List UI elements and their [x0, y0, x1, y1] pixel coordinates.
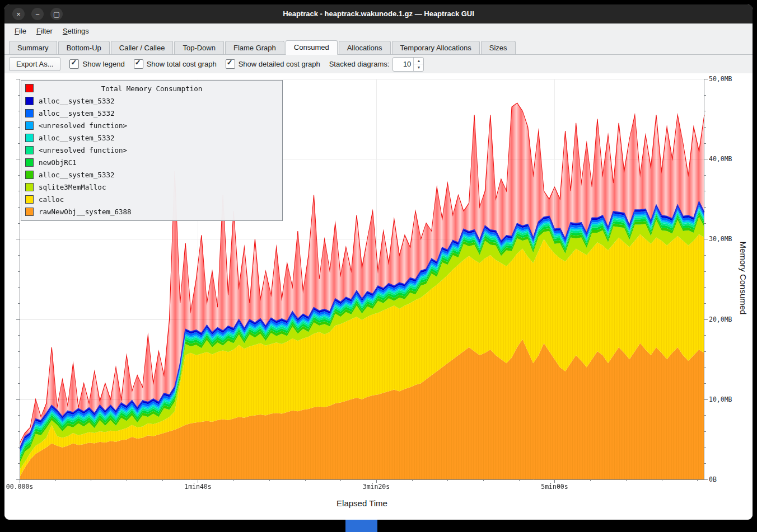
menu-file[interactable]: File [10, 25, 31, 37]
tab-caller-callee[interactable]: Caller / Callee [111, 41, 174, 54]
legend-item-label: alloc__system_5332 [39, 134, 114, 142]
legend-item-label: sqlite3MemMalloc [39, 183, 106, 191]
checkbox-label: Show detailed cost graph [239, 60, 320, 68]
tab-sizes[interactable]: Sizes [481, 41, 516, 54]
legend-title-row: Total Memory Consumption [21, 82, 282, 95]
stacked-diagrams-spinner[interactable]: 10 ▲ ▼ [392, 57, 424, 72]
y-axis-tick-label: 0B [709, 475, 717, 483]
close-button[interactable]: × [12, 8, 25, 20]
legend-item-label: newObjRC1 [39, 158, 77, 167]
close-icon: × [16, 10, 21, 18]
show-total-cost-checkbox[interactable]: ✓ Show total cost graph [134, 59, 217, 69]
tab-summary[interactable]: Summary [9, 41, 57, 54]
x-axis-tick-label: 3min20s [353, 483, 400, 491]
window-title: Heaptrack - heaptrack.wakunode.1.gz — He… [4, 4, 753, 23]
tab-allocations[interactable]: Allocations [339, 41, 391, 54]
show-detailed-cost-checkbox[interactable]: ✓ Show detailed cost graph [226, 59, 320, 69]
legend-swatch [25, 158, 34, 167]
legend-title: Total Memory Consumption [101, 84, 203, 93]
spinner-down-icon[interactable]: ▼ [414, 64, 423, 71]
x-axis-title: Elapsed Time [20, 498, 704, 508]
legend-item: <unresolved function> [21, 144, 282, 156]
y-axis-tick-label: 50,0MB [709, 75, 732, 83]
titlebar: × − ▢ Heaptrack - heaptrack.wakunode.1.g… [4, 4, 753, 23]
legend-swatch [25, 208, 34, 216]
legend-swatch [25, 134, 34, 142]
tab-flame-graph[interactable]: Flame Graph [225, 41, 284, 54]
chart-area: Elapsed Time Memory Consumed Total Memor… [4, 73, 753, 520]
legend-item: alloc__system_5332 [21, 107, 282, 119]
tab-top-down[interactable]: Top-Down [174, 41, 224, 54]
maximize-button[interactable]: ▢ [50, 8, 63, 20]
legend-item: <unresolved function> [21, 119, 282, 131]
minimize-button[interactable]: − [31, 8, 44, 20]
export-as-button[interactable]: Export As... [9, 57, 60, 71]
app-window: × − ▢ Heaptrack - heaptrack.wakunode.1.g… [4, 4, 753, 520]
tab-bottom-up[interactable]: Bottom-Up [58, 41, 110, 54]
legend-item: sqlite3MemMalloc [21, 181, 282, 193]
legend-item: alloc__system_5332 [21, 95, 282, 107]
legend-swatch [25, 146, 34, 154]
tab-bar: Summary Bottom-Up Caller / Callee Top-Do… [4, 39, 753, 55]
minimize-icon: − [35, 10, 40, 18]
x-axis-tick-label: 00.000s [4, 483, 43, 491]
legend-swatch [25, 84, 34, 92]
y-axis-tick-label: 20,0MB [709, 316, 732, 323]
legend-item-label: alloc__system_5332 [39, 171, 114, 179]
legend-item-label: rawNewObj__system_6388 [39, 208, 132, 216]
legend-swatch [25, 109, 34, 117]
x-axis-tick-label: 1min40s [174, 483, 221, 491]
show-legend-checkbox[interactable]: ✓ Show legend [69, 59, 124, 69]
legend-item: alloc__system_5332 [21, 168, 282, 181]
legend-item: alloc__system_5332 [21, 131, 282, 144]
chart-legend: Total Memory Consumptionalloc__system_53… [21, 80, 283, 221]
legend-item-label: alloc__system_5332 [39, 109, 114, 117]
legend-item: rawNewObj__system_6388 [21, 205, 282, 218]
legend-item-label: alloc__system_5332 [39, 97, 114, 105]
legend-item: calloc [21, 193, 282, 205]
legend-swatch [25, 183, 34, 191]
x-axis-tick-label: 5min00s [531, 483, 578, 491]
maximize-icon: ▢ [53, 10, 60, 18]
spinner-up-icon[interactable]: ▲ [414, 58, 423, 65]
legend-item-label: calloc [39, 195, 64, 204]
y-axis-tick-label: 40,0MB [709, 155, 732, 163]
checkbox-label: Show legend [82, 60, 124, 68]
y-axis-tick-label: 30,0MB [709, 235, 732, 243]
menu-filter[interactable]: Filter [32, 25, 57, 37]
checkbox-checked-icon: ✓ [69, 59, 79, 69]
background-window-accent [345, 520, 377, 532]
spinner-value[interactable]: 10 [393, 58, 413, 71]
toolbar: Export As... ✓ Show legend ✓ Show total … [4, 55, 753, 73]
checkbox-checked-icon: ✓ [226, 59, 235, 69]
legend-item: newObjRC1 [21, 156, 282, 168]
legend-item-label: <unresolved function> [39, 146, 127, 154]
legend-swatch [25, 195, 34, 204]
legend-swatch [25, 171, 34, 179]
checkbox-checked-icon: ✓ [134, 59, 143, 69]
menu-bar: File Filter Settings [4, 23, 753, 39]
legend-swatch [25, 121, 34, 130]
tab-consumed[interactable]: Consumed [286, 40, 338, 55]
window-controls: × − ▢ [12, 8, 63, 20]
legend-item-label: <unresolved function> [39, 121, 127, 130]
checkbox-label: Show total cost graph [147, 60, 217, 68]
y-axis-title: Memory Consumed [739, 242, 748, 315]
stacked-diagrams-label: Stacked diagrams: [329, 60, 390, 68]
menu-settings[interactable]: Settings [58, 25, 94, 37]
legend-swatch [25, 97, 34, 105]
tab-temporary-allocations[interactable]: Temporary Allocations [392, 41, 480, 54]
y-axis-tick-label: 10,0MB [709, 396, 732, 403]
